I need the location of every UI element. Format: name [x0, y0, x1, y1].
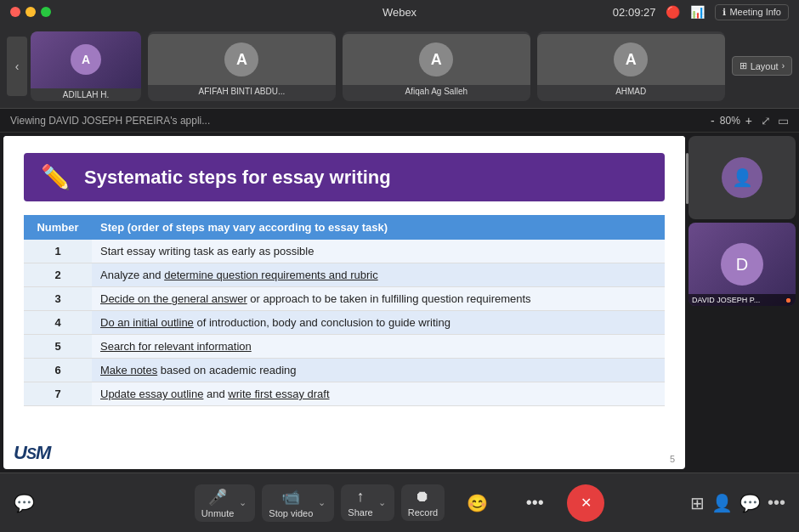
close-button[interactable]: [10, 7, 20, 17]
minimize-button[interactable]: [26, 7, 36, 17]
end-call-icon: ✕: [581, 495, 592, 511]
row-4-num: 4: [24, 311, 92, 335]
layout-icon: ⊞: [740, 60, 747, 71]
participant-card-p3[interactable]: A Afiqah Ag Salleh: [343, 31, 530, 101]
participant-card-self[interactable]: A ADILLAH H.: [31, 31, 141, 101]
stop-video-button[interactable]: 📹 Stop video: [269, 488, 313, 518]
participants-row: ‹ A ADILLAH H. A AFIFAH BINTI ABDU... A …: [0, 24, 799, 109]
table-row: 4 Do an initial outline of introduction,…: [24, 311, 665, 335]
p4-thumb: A: [537, 34, 725, 85]
table-row: 2 Analyze and determine question require…: [24, 263, 665, 287]
zoom-minus-button[interactable]: -: [709, 114, 717, 127]
bottom-left-icons: 💬: [14, 493, 35, 513]
reactions-button[interactable]: 😊: [451, 488, 502, 518]
share-group[interactable]: ↑ Share ⌄: [341, 484, 394, 521]
row-2-num: 2: [24, 263, 92, 287]
row-1-num: 1: [24, 240, 92, 263]
meeting-info-button[interactable]: ℹ Meeting Info: [715, 4, 789, 20]
table-header-number: Number: [24, 215, 92, 240]
participant-card-p4[interactable]: A AHMAD: [537, 31, 725, 101]
video-chevron-icon[interactable]: ⌄: [316, 497, 327, 508]
chat-side-button[interactable]: 💬: [740, 493, 761, 513]
microphone-slash-icon: 🎤: [208, 488, 227, 507]
more-options-button[interactable]: •••: [509, 488, 560, 518]
participant-card-p2[interactable]: A AFIFAH BINTI ABDU...: [148, 31, 336, 101]
row-5-step: Search for relevant information: [92, 335, 665, 359]
stop-video-group[interactable]: 📹 Stop video ⌄: [262, 484, 334, 522]
more-icon: •••: [526, 493, 544, 512]
share-button[interactable]: ↑ Share: [348, 488, 372, 518]
main-content: ✏️ Systematic steps for essay writing Nu…: [0, 133, 799, 473]
row-5-num: 5: [24, 335, 92, 359]
unmute-chevron-icon[interactable]: ⌄: [237, 497, 248, 508]
record-icon: ⏺: [785, 297, 792, 304]
traffic-lights: [10, 7, 51, 17]
sharing-icons: ⤢ ▭: [761, 114, 789, 127]
p3-thumb: A: [343, 34, 530, 85]
row-1-step: Start essay writing task as early as pos…: [92, 240, 665, 263]
zoom-level: 80%: [720, 115, 740, 127]
video-thumb-david[interactable]: D DAVID JOSEPH P... ⏺: [688, 223, 796, 306]
expand-icon[interactable]: ⤢: [761, 114, 771, 127]
bottom-right-icons: ⊞ 👤 💬 •••: [690, 493, 785, 513]
table-row: 3 Decide on the general answer or approa…: [24, 287, 665, 311]
sharing-status-text: Viewing DAVID JOSEPH PEREIRA's appli...: [10, 115, 702, 127]
slide-table: Number Step (order of steps may vary acc…: [24, 215, 665, 406]
app-title: Webex: [382, 6, 416, 19]
table-row: 7 Update essay outline and write first e…: [24, 382, 665, 406]
record-dot-icon: ⏺: [415, 488, 430, 506]
participants-prev-button[interactable]: ‹: [7, 37, 27, 96]
slide-title-icon: ✏️: [41, 163, 71, 191]
screen-icon[interactable]: ▭: [778, 114, 789, 127]
user-icon: 📊: [690, 5, 705, 19]
row-7-step: Update essay outline and write first ess…: [92, 382, 665, 406]
participants-icon: 👤: [711, 493, 733, 513]
unmute-group[interactable]: 🎤 Unmute ⌄: [195, 484, 256, 522]
record-button[interactable]: ⏺ Record: [408, 488, 438, 518]
p2-thumb: A: [148, 34, 336, 85]
more-bottom-button[interactable]: •••: [768, 493, 785, 512]
right-panel: 👤 D DAVID JOSEPH P... ⏺: [688, 133, 799, 473]
unmute-button[interactable]: 🎤 Unmute: [201, 488, 235, 518]
video-thumb-1-avatar: 👤: [722, 157, 762, 198]
clock: 02:09:27: [613, 6, 656, 19]
row-3-step: Decide on the general answer or approach…: [92, 287, 665, 311]
row-3-num: 3: [24, 287, 92, 311]
table-row: 5 Search for relevant information: [24, 335, 665, 359]
row-6-num: 6: [24, 359, 92, 382]
reactions-icon: 😊: [467, 493, 488, 513]
video-thumb-david-name: DAVID JOSEPH P... ⏺: [688, 294, 796, 306]
grid-icon: ⊞: [690, 493, 705, 513]
usm-logo: USM: [14, 442, 50, 464]
chat-button[interactable]: 💬: [14, 493, 35, 513]
slide-title-text: Systematic steps for essay writing: [84, 167, 391, 189]
video-camera-icon: 📹: [281, 488, 300, 507]
title-right-area: 02:09:27 🔴 📊 ℹ Meeting Info: [613, 4, 789, 20]
sharing-bar: Viewing DAVID JOSEPH PEREIRA's appli... …: [0, 109, 799, 133]
slide-page-number: 5: [670, 454, 675, 464]
table-row: 6 Make notes based on academic reading: [24, 359, 665, 382]
participants-button[interactable]: 👤: [711, 493, 733, 513]
chat-icon: 💬: [14, 493, 35, 513]
record-group[interactable]: ⏺ Record: [401, 484, 445, 521]
p2-avatar: A: [224, 42, 258, 76]
layout-grid-button[interactable]: ⊞: [690, 493, 705, 513]
end-call-button[interactable]: ✕: [567, 484, 604, 522]
share-chevron-icon[interactable]: ⌄: [377, 497, 388, 508]
slide-area: ✏️ Systematic steps for essay writing Nu…: [3, 136, 685, 469]
zoom-plus-button[interactable]: +: [744, 114, 754, 127]
ellipsis-icon: •••: [768, 493, 785, 512]
slide-title-bar: ✏️ Systematic steps for essay writing: [24, 153, 665, 201]
table-row: 1 Start essay writing task as early as p…: [24, 240, 665, 263]
video-thumb-1[interactable]: 👤: [688, 136, 796, 219]
status-icon: 🔴: [666, 5, 680, 19]
layout-button[interactable]: ⊞ Layout ›: [732, 56, 792, 76]
maximize-button[interactable]: [41, 7, 51, 17]
share-icon: ↑: [357, 488, 365, 506]
zoom-controls: - 80% +: [709, 114, 754, 127]
chevron-right-icon: ›: [782, 61, 785, 71]
p3-avatar: A: [419, 42, 453, 76]
bottom-toolbar: 💬 🎤 Unmute ⌄ 📹 Stop video ⌄ ↑ Share ⌄ ⏺ …: [0, 473, 799, 532]
slide-content: ✏️ Systematic steps for essay writing Nu…: [3, 136, 685, 439]
self-video-thumb: A: [31, 31, 141, 88]
